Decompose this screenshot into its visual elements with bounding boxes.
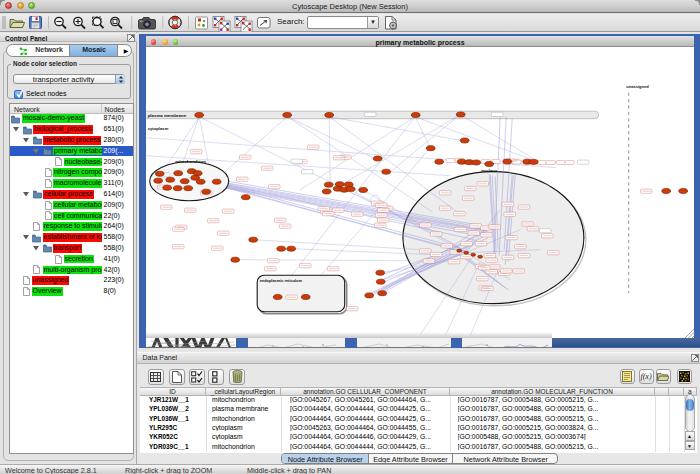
svg-text:cytoplasm: cytoplasm [147, 126, 168, 131]
svg-text:mitochondrion: mitochondrion [175, 159, 206, 164]
svg-text:nucleus: nucleus [481, 169, 498, 174]
svg-text:plasma membrane: plasma membrane [147, 113, 186, 118]
svg-text:endoplasmic reticulum: endoplasmic reticulum [259, 278, 302, 283]
svg-text:unassigned: unassigned [626, 84, 649, 89]
